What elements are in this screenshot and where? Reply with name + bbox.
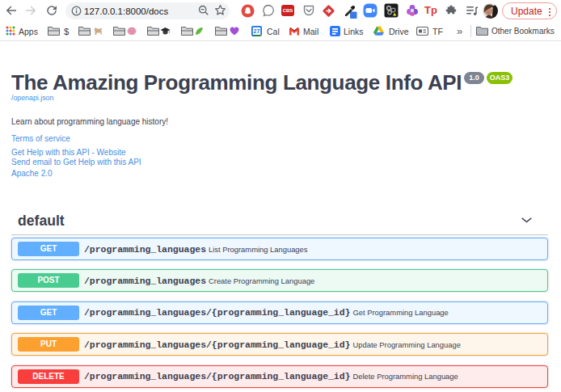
svg-text:27: 27	[254, 28, 260, 34]
